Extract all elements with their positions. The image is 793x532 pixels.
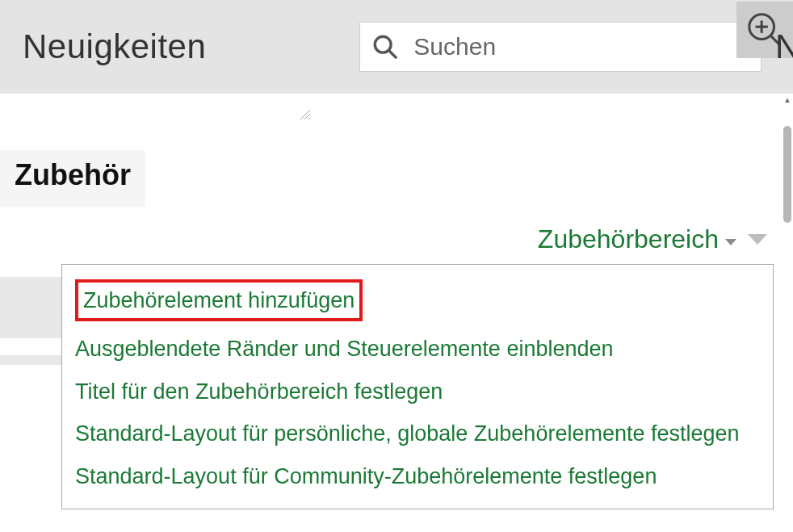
content-area: Zubehör Zubehörbereich Zubehörelement hi…: [0, 94, 793, 509]
vertical-scrollbar[interactable]: ▲: [782, 94, 793, 532]
menu-item-set-title[interactable]: Titel für den Zubehörbereich festlegen: [73, 371, 762, 413]
search-input[interactable]: [413, 33, 749, 61]
svg-point-0: [376, 36, 392, 52]
dropdown-header: Zubehörbereich: [61, 218, 774, 264]
highlighted-item: Zubehörelement hinzufügen: [75, 279, 363, 321]
menu-item-layout-community[interactable]: Standard-Layout für Community-Zubehörele…: [73, 455, 762, 497]
clipped-title: Ne: [775, 27, 793, 66]
scroll-up-arrow[interactable]: ▲: [782, 94, 793, 105]
scroll-thumb[interactable]: [783, 126, 791, 223]
header-bar: Neuigkeiten Ne: [0, 0, 793, 94]
menu-item-add-accessory[interactable]: Zubehörelement hinzufügen: [73, 273, 762, 328]
search-box[interactable]: [359, 22, 762, 72]
chevron-down-icon: [725, 239, 736, 245]
section-title: Zubehör: [0, 150, 145, 207]
menu-item-layout-personal[interactable]: Standard-Layout für persönliche, globale…: [73, 413, 762, 455]
dropdown-menu: Zubehörelement hinzufügen Ausgeblendete …: [61, 264, 774, 509]
svg-line-1: [389, 51, 397, 59]
dropdown-label-text: Zubehörbereich: [538, 224, 719, 254]
accessory-dropdown: Zubehörbereich Zubehörelement hinzufügen…: [61, 218, 774, 509]
search-icon: [371, 33, 399, 61]
collapse-toggle-icon[interactable]: [748, 234, 767, 245]
dropdown-toggle[interactable]: Zubehörbereich: [538, 224, 736, 254]
menu-item-show-hidden[interactable]: Ausgeblendete Ränder und Steuerelemente …: [73, 328, 762, 370]
page-title: Neuigkeiten: [23, 27, 206, 66]
